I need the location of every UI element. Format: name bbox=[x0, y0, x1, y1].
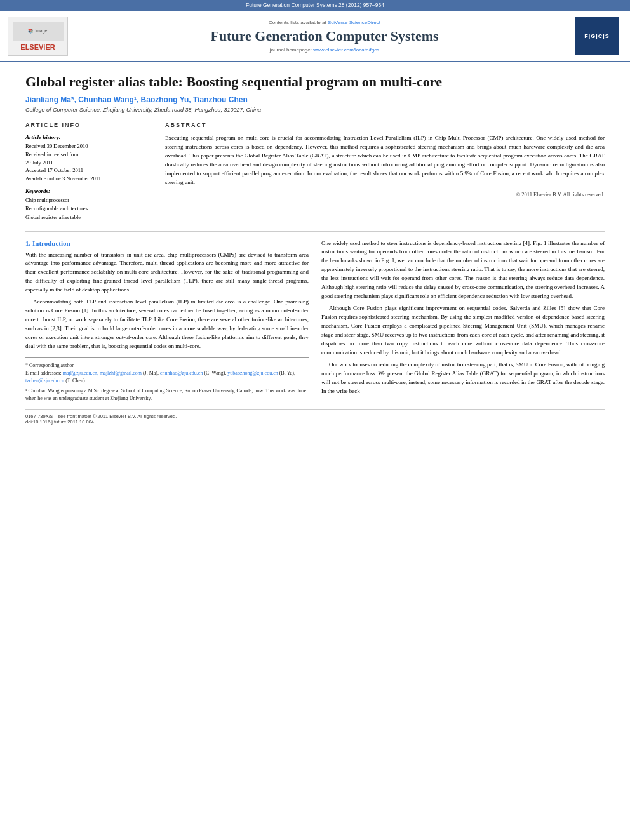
sciverse-line: Contents lists available at SciVerse Sci… bbox=[77, 20, 572, 25]
footnote-emails: E-mail addresses: majl@zju.edu.cn, majlz… bbox=[25, 370, 309, 385]
intro-para-1: With the increasing number of transistor… bbox=[25, 251, 309, 351]
article-info-col: ARTICLE INFO Article history: Received 3… bbox=[25, 122, 152, 222]
journal-header: 📚 image ELSEVIER Contents lists availabl… bbox=[0, 10, 630, 62]
body-section: 1. Introduction With the increasing numb… bbox=[25, 239, 605, 403]
history-label: Article history: bbox=[25, 134, 152, 140]
authors: Jianliang Ma*, Chunhao Wang¹, Baozhong Y… bbox=[25, 95, 605, 104]
footnote-1: ¹ Chunhao Wang is pursuing a M.Sc. degre… bbox=[25, 387, 309, 403]
journal-citation: Future Generation Computer Systems 28 (2… bbox=[246, 2, 384, 8]
keywords-label: Keywords: bbox=[25, 188, 152, 194]
journal-citation-bar: Future Generation Computer Systems 28 (2… bbox=[0, 0, 630, 10]
issn-text: 0167-739X/$ – see front matter © 2011 El… bbox=[25, 413, 177, 419]
abstract-label: ABSTRACT bbox=[165, 122, 605, 130]
keywords-text: Chip multiprocessor Reconfigurable archi… bbox=[25, 196, 152, 222]
email-links[interactable]: majl@zju.edu.cn, majlzhf@gmail.com bbox=[63, 370, 142, 376]
elsevier-wordmark: ELSEVIER bbox=[20, 43, 55, 51]
footnote-area: * Corresponding author. E-mail addresses… bbox=[25, 357, 309, 403]
fgcs-logo: F|G|C|S bbox=[575, 17, 619, 55]
elsevier-logo-area: 📚 image ELSEVIER bbox=[8, 17, 77, 56]
fgcs-logo-area: F|G|C|S bbox=[572, 17, 622, 55]
journal-homepage-line: journal homepage: www.elsevier.com/locat… bbox=[77, 47, 572, 53]
intro-heading: 1. Introduction bbox=[25, 239, 309, 247]
abstract-text: Executing sequential program on multi-co… bbox=[165, 134, 605, 187]
sciverse-link[interactable]: SciVerse ScienceDirect bbox=[328, 20, 380, 25]
body-right-col: One widely used method to steer instruct… bbox=[321, 239, 605, 403]
info-abstract-section: ARTICLE INFO Article history: Received 3… bbox=[25, 122, 605, 222]
homepage-link[interactable]: www.elsevier.com/locate/fgcs bbox=[313, 47, 379, 53]
doi-text: doi:10.1016/j.future.2011.10.004 bbox=[25, 419, 94, 425]
main-content: Global register alias table: Boosting se… bbox=[0, 62, 630, 436]
bottom-bar: 0167-739X/$ – see front matter © 2011 El… bbox=[25, 409, 605, 425]
footnote-corresponding: * Corresponding author. bbox=[25, 362, 309, 370]
journal-title: Future Generation Computer Systems bbox=[77, 28, 572, 44]
right-col-text: One widely used method to steer instruct… bbox=[321, 239, 605, 396]
body-left-col: 1. Introduction With the increasing numb… bbox=[25, 239, 309, 403]
article-info-label: ARTICLE INFO bbox=[25, 122, 152, 130]
article-title: Global register alias table: Boosting se… bbox=[25, 74, 605, 90]
email-link-chen[interactable]: tzchen@zju.edu.cn bbox=[25, 378, 64, 383]
email-link-yu[interactable]: yubaozhong@zju.edu.cn bbox=[227, 370, 278, 376]
abstract-col: ABSTRACT Executing sequential program on… bbox=[165, 122, 605, 222]
email-link-wang[interactable]: chunhao@zju.edu.cn bbox=[160, 370, 203, 376]
journal-title-area: Contents lists available at SciVerse Sci… bbox=[77, 20, 572, 53]
copyright-line: © 2011 Elsevier B.V. All rights reserved… bbox=[165, 191, 605, 197]
history-text: Received 30 December 2010 Received in re… bbox=[25, 142, 152, 183]
affiliation: College of Computer Science, Zhejiang Un… bbox=[25, 107, 605, 113]
